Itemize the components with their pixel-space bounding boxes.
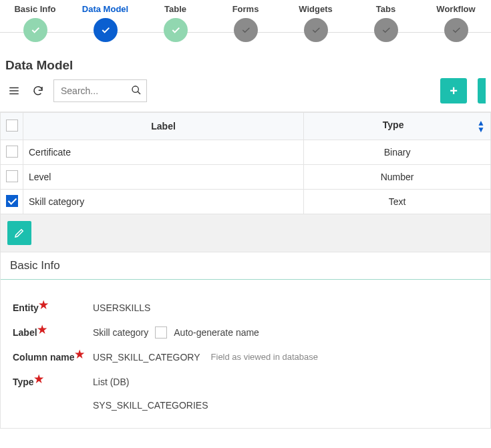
- label-label: Label★: [13, 326, 93, 339]
- hamburger-icon: [8, 85, 20, 97]
- cell-type: Binary: [304, 140, 491, 165]
- table-row[interactable]: Skill category Text: [1, 190, 491, 214]
- list-source-value: SYS_SKILL_CATEGORIES: [93, 400, 208, 411]
- type-label: Type★: [13, 375, 93, 388]
- entity-value: USERSKILLS: [93, 302, 150, 313]
- required-icon: ★: [34, 373, 43, 385]
- row-checkbox[interactable]: [6, 146, 18, 158]
- cell-label: Level: [23, 165, 304, 190]
- entity-label: Entity★: [13, 301, 93, 314]
- page-title: Data Model: [0, 49, 491, 78]
- row-checkbox[interactable]: [6, 170, 18, 182]
- wizard-stepper: Basic Info Data Model Table Forms Widget…: [0, 0, 491, 49]
- cell-type: Text: [304, 190, 491, 214]
- check-icon: [164, 18, 188, 42]
- check-icon: [304, 18, 328, 42]
- pencil-icon: [13, 227, 25, 239]
- cell-label: Certificate: [23, 140, 304, 165]
- svg-point-0: [132, 86, 138, 92]
- type-value: List (DB): [93, 377, 129, 387]
- secondary-button[interactable]: [478, 78, 486, 103]
- required-icon: ★: [75, 349, 84, 360]
- step-data-model[interactable]: Data Model: [70, 4, 140, 42]
- step-tabs[interactable]: Tabs: [351, 4, 421, 42]
- step-workflow[interactable]: Workflow: [421, 4, 491, 42]
- add-button[interactable]: +: [440, 78, 467, 103]
- step-forms[interactable]: Forms: [210, 4, 281, 42]
- cell-type: Number: [304, 165, 491, 190]
- column-label: Column name★: [13, 351, 93, 363]
- label-value: Skill category: [93, 327, 148, 338]
- column-value: USR_SKILL_CATEGORY: [93, 352, 200, 363]
- menu-button[interactable]: [5, 82, 23, 99]
- required-icon: ★: [39, 299, 48, 310]
- col-label[interactable]: Label: [23, 113, 304, 140]
- refresh-button[interactable]: [29, 82, 47, 99]
- autogen-checkbox[interactable]: [155, 326, 167, 339]
- table-header-row: Label Type▲▼: [1, 113, 491, 140]
- check-icon: [374, 18, 398, 42]
- step-basic-info[interactable]: Basic Info: [0, 4, 70, 42]
- column-hint: Field as viewed in database: [211, 352, 318, 362]
- table-row[interactable]: Level Number: [1, 165, 491, 190]
- table-row[interactable]: Certificate Binary: [1, 140, 491, 165]
- col-type[interactable]: Type▲▼: [304, 113, 491, 140]
- cell-label: Skill category: [23, 190, 304, 214]
- autogen-label: Auto-generate name: [174, 327, 259, 338]
- step-widgets[interactable]: Widgets: [281, 4, 351, 42]
- check-icon: [23, 18, 47, 42]
- check-icon: [444, 18, 468, 42]
- action-strip: [0, 214, 491, 252]
- required-icon: ★: [37, 324, 47, 335]
- refresh-icon: [32, 85, 44, 97]
- step-table[interactable]: Table: [140, 4, 210, 42]
- data-table: Label Type▲▼ Certificate Binary Level Nu…: [0, 112, 491, 214]
- search-icon: [131, 85, 142, 97]
- check-icon: [94, 18, 118, 42]
- row-checkbox[interactable]: [6, 195, 18, 207]
- detail-panel: Basic Info Entity★ USERSKILLS Label★ Ski…: [0, 252, 491, 429]
- check-icon: [234, 18, 258, 42]
- detail-section-title: Basic Info: [1, 252, 490, 280]
- sort-icon: ▲▼: [477, 120, 485, 133]
- select-all-checkbox[interactable]: [6, 120, 18, 132]
- edit-button[interactable]: [7, 221, 31, 245]
- toolbar: +: [0, 78, 491, 112]
